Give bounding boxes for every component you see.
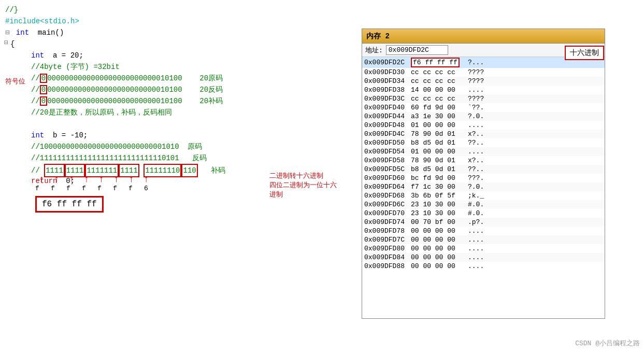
memory-titlebar: 内存 2 xyxy=(362,29,605,44)
memory-row: 0x009DFD3C cc cc cc cc ???? xyxy=(362,94,605,103)
memory-row: 0x009DFD44 a3 1e 30 00 ?.0. xyxy=(362,112,605,121)
code-line-8: //00000000000000000000000000010100 20反码 xyxy=(0,84,363,95)
memory-addr-cell: 0x009DFD7C xyxy=(362,235,409,244)
memory-addr-cell: 0x009DFD50 xyxy=(362,138,409,147)
memory-hex-cell: 00 00 00 00 xyxy=(409,253,466,262)
memory-ascii-cell: ???? xyxy=(466,94,605,103)
memory-row: 0x009DFD84 00 00 00 00 .... xyxy=(362,253,605,262)
memory-ascii-cell: ???. xyxy=(466,174,605,182)
code-line-13: int b = -10; xyxy=(0,130,363,141)
memory-hex-cell: 3b 6b 0f 5f xyxy=(409,191,466,200)
memory-hex-cell: 23 10 30 00 xyxy=(409,200,466,209)
memory-addr-cell: 0x009DFD3C xyxy=(362,94,409,103)
memory-row: 0x009DFD50 b8 d5 0d 01 ??.. xyxy=(362,138,605,147)
memory-hex-cell: b8 d5 0d 01 xyxy=(409,138,466,147)
fuhaow-label: 符号位 xyxy=(5,77,25,86)
memory-hex-cell: 00 00 00 00 xyxy=(409,227,466,235)
memory-ascii-cell: .... xyxy=(466,244,605,253)
memory-hex-cell: 23 10 30 00 xyxy=(409,209,466,218)
memory-scroll[interactable]: 0x009DFD2C f6 ff ff ff ?... 0x009DFD30 c… xyxy=(362,57,605,318)
memory-row: 0x009DFD40 60 fd 9d 00 `??. xyxy=(362,103,605,112)
memory-ascii-cell: x?.. xyxy=(466,156,605,165)
memory-row: 0x009DFD34 cc cc cc cc ???? xyxy=(362,77,605,86)
hex-label-box: 十六进制 xyxy=(565,46,604,60)
code-line-2: #include<stdio.h> xyxy=(0,16,363,27)
memory-addr-cell: 0x009DFD68 xyxy=(362,191,409,200)
memory-addr-cell: 0x009DFD30 xyxy=(362,68,409,77)
memory-row: 0x009DFD74 00 70 bf 00 .p?. xyxy=(362,218,605,227)
memory-addr-cell: 0x009DFD64 xyxy=(362,182,409,191)
memory-row: 0x009DFD48 01 00 00 00 .... xyxy=(362,121,605,130)
memory-addr-cell: 0x009DFD78 xyxy=(362,227,409,235)
memory-ascii-cell: #.0. xyxy=(466,209,605,218)
memory-addr-cell: 0x009DFD54 xyxy=(362,147,409,156)
bottom-hex-box: f6 ff ff ff xyxy=(35,196,104,213)
memory-addr-cell: 0x009DFD6C xyxy=(362,200,409,209)
memory-row: 0x009DFD80 00 00 00 00 .... xyxy=(362,244,605,253)
memory-addr-cell: 0x009DFD2C xyxy=(362,57,409,68)
memory-addr-cell: 0x009DFD40 xyxy=(362,103,409,112)
memory-hex-cell: 14 00 00 00 xyxy=(409,86,466,94)
memory-hex-cell: 00 70 bf 00 xyxy=(409,218,466,227)
memory-addr-cell: 0x009DFD84 xyxy=(362,253,409,262)
memory-addr-cell: 0x009DFD48 xyxy=(362,121,409,130)
watermark: CSDN @小吕编程之路 xyxy=(575,339,640,348)
memory-row: 0x009DFD70 23 10 30 00 #.0. xyxy=(362,209,605,218)
memory-hex-cell: 00 00 00 00 xyxy=(409,244,466,253)
code-line-6: //4byte (字节) =32bit xyxy=(0,61,363,73)
memory-addr-cell: 0x009DFD60 xyxy=(362,174,409,182)
memory-ascii-cell: .... xyxy=(466,121,605,130)
memory-hex-cell: 01 00 00 00 xyxy=(409,121,466,130)
code-editor: //} #include<stdio.h> ⊟ int main() { int… xyxy=(0,0,363,352)
memory-ascii-cell: .... xyxy=(466,253,605,262)
memory-hex-cell: 60 fd 9d 00 xyxy=(409,103,466,112)
memory-addr-cell: 0x009DFD38 xyxy=(362,86,409,94)
memory-row: 0x009DFD4C 78 90 0d 01 x?.. xyxy=(362,130,605,138)
arrows-row: ↑ ↑ ↑ ↑ ↑ ↑ ↑ ↑ xyxy=(39,174,149,185)
binary-convert-label: 二进制转十六进制 xyxy=(269,171,323,180)
code-line-10: //20是正整数，所以原码，补码，反码相同 xyxy=(0,107,363,118)
memory-row: 0x009DFD30 cc cc cc cc ???? xyxy=(362,68,605,77)
code-line-7: //00000000000000000000000000010100 20原码 xyxy=(0,73,363,84)
memory-addr-cell: 0x009DFD34 xyxy=(362,77,409,86)
memory-hex-cell: f7 1c 30 00 xyxy=(409,182,466,191)
memory-row: 0x009DFD38 14 00 00 00 .... xyxy=(362,86,605,94)
memory-hex-cell: 78 90 0d 01 xyxy=(409,156,466,165)
memory-ascii-cell: x?.. xyxy=(466,130,605,138)
memory-row: 0x009DFD58 78 90 0d 01 x?.. xyxy=(362,156,605,165)
memory-row: 0x009DFD60 bc fd 9d 00 ???. xyxy=(362,174,605,182)
memory-ascii-cell: .... xyxy=(466,86,605,94)
memory-addr-cell: 0x009DFD74 xyxy=(362,218,409,227)
code-line-5: int a = 20; xyxy=(0,50,363,61)
memory-addr-cell: 0x009DFD58 xyxy=(362,156,409,165)
memory-address-input[interactable] xyxy=(386,45,448,55)
memory-ascii-cell: .p?. xyxy=(466,218,605,227)
memory-addr-cell: 0x009DFD44 xyxy=(362,112,409,121)
memory-addr-cell: 0x009DFD5C xyxy=(362,165,409,174)
memory-hex-cell: a3 1e 30 00 xyxy=(409,112,466,121)
memory-table: 0x009DFD2C f6 ff ff ff ?... 0x009DFD30 c… xyxy=(362,57,605,271)
memory-ascii-cell: ;k._ xyxy=(466,191,605,200)
collapse-indicator[interactable]: ⊟ xyxy=(4,38,8,47)
memory-window: 内存 2 地址: 0x009DFD2C f6 ff ff ff ?... 0x0… xyxy=(362,29,605,319)
code-line-9: //00000000000000000000000000010100 20补码 xyxy=(0,95,363,107)
memory-hex-cell: cc cc cc cc xyxy=(409,68,466,77)
memory-addr-cell: 0x009DFD4C xyxy=(362,130,409,138)
memory-ascii-cell: ??.. xyxy=(466,138,605,147)
memory-row: 0x009DFD6C 23 10 30 00 #.0. xyxy=(362,200,605,209)
code-line-3: ⊟ int main() xyxy=(0,27,363,38)
f-letters-row: f f f f f f f 6 xyxy=(35,185,160,192)
memory-addr-cell: 0x009DFD70 xyxy=(362,209,409,218)
memory-hex-cell: bc fd 9d 00 xyxy=(409,174,466,182)
code-line-14: //10000000000000000000000000001010 原码 xyxy=(0,141,363,152)
memory-hex-cell: 00 00 00 00 xyxy=(409,262,466,271)
memory-ascii-cell: .... xyxy=(466,262,605,271)
memory-hex-cell: 01 00 00 00 xyxy=(409,147,466,156)
memory-ascii-cell: .... xyxy=(466,227,605,235)
hex-highlight: f6 ff ff ff xyxy=(411,58,460,67)
memory-row: 0x009DFD7C 00 00 00 00 .... xyxy=(362,235,605,244)
memory-row: 0x009DFD64 f7 1c 30 00 ?.0. xyxy=(362,182,605,191)
memory-ascii-cell: .... xyxy=(466,235,605,244)
memory-hex-cell: b8 d5 0d 01 xyxy=(409,165,466,174)
memory-ascii-cell: ???? xyxy=(466,68,605,77)
